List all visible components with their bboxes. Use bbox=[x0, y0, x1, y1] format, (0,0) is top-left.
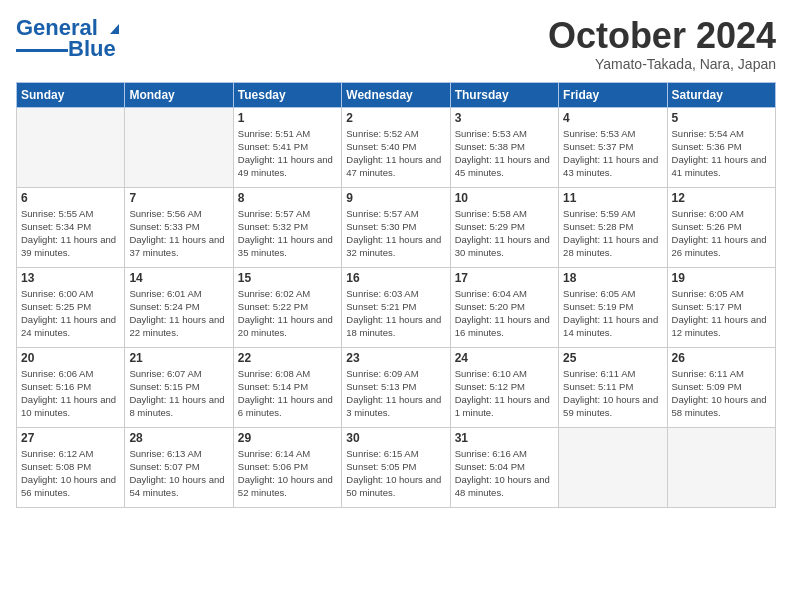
calendar-table: SundayMondayTuesdayWednesdayThursdayFrid… bbox=[16, 82, 776, 508]
calendar-body: 1Sunrise: 5:51 AM Sunset: 5:41 PM Daylig… bbox=[17, 107, 776, 507]
day-info: Sunrise: 6:04 AM Sunset: 5:20 PM Dayligh… bbox=[455, 287, 554, 340]
calendar-cell: 4Sunrise: 5:53 AM Sunset: 5:37 PM Daylig… bbox=[559, 107, 667, 187]
day-info: Sunrise: 5:53 AM Sunset: 5:37 PM Dayligh… bbox=[563, 127, 662, 180]
day-info: Sunrise: 6:11 AM Sunset: 5:09 PM Dayligh… bbox=[672, 367, 771, 420]
svg-marker-0 bbox=[110, 24, 119, 34]
day-info: Sunrise: 5:57 AM Sunset: 5:30 PM Dayligh… bbox=[346, 207, 445, 260]
calendar-cell: 13Sunrise: 6:00 AM Sunset: 5:25 PM Dayli… bbox=[17, 267, 125, 347]
calendar-cell: 24Sunrise: 6:10 AM Sunset: 5:12 PM Dayli… bbox=[450, 347, 558, 427]
day-number: 17 bbox=[455, 271, 554, 285]
calendar-cell: 14Sunrise: 6:01 AM Sunset: 5:24 PM Dayli… bbox=[125, 267, 233, 347]
day-number: 5 bbox=[672, 111, 771, 125]
weekday-header-tuesday: Tuesday bbox=[233, 82, 341, 107]
day-info: Sunrise: 6:15 AM Sunset: 5:05 PM Dayligh… bbox=[346, 447, 445, 500]
day-number: 8 bbox=[238, 191, 337, 205]
day-number: 25 bbox=[563, 351, 662, 365]
calendar-week-4: 27Sunrise: 6:12 AM Sunset: 5:08 PM Dayli… bbox=[17, 427, 776, 507]
calendar-cell: 11Sunrise: 5:59 AM Sunset: 5:28 PM Dayli… bbox=[559, 187, 667, 267]
day-number: 11 bbox=[563, 191, 662, 205]
calendar-cell: 25Sunrise: 6:11 AM Sunset: 5:11 PM Dayli… bbox=[559, 347, 667, 427]
weekday-header-wednesday: Wednesday bbox=[342, 82, 450, 107]
day-info: Sunrise: 6:01 AM Sunset: 5:24 PM Dayligh… bbox=[129, 287, 228, 340]
calendar-cell: 12Sunrise: 6:00 AM Sunset: 5:26 PM Dayli… bbox=[667, 187, 775, 267]
day-info: Sunrise: 5:58 AM Sunset: 5:29 PM Dayligh… bbox=[455, 207, 554, 260]
day-number: 10 bbox=[455, 191, 554, 205]
calendar-cell: 1Sunrise: 5:51 AM Sunset: 5:41 PM Daylig… bbox=[233, 107, 341, 187]
day-number: 3 bbox=[455, 111, 554, 125]
day-info: Sunrise: 6:07 AM Sunset: 5:15 PM Dayligh… bbox=[129, 367, 228, 420]
calendar-cell: 3Sunrise: 5:53 AM Sunset: 5:38 PM Daylig… bbox=[450, 107, 558, 187]
calendar-cell: 20Sunrise: 6:06 AM Sunset: 5:16 PM Dayli… bbox=[17, 347, 125, 427]
day-info: Sunrise: 6:12 AM Sunset: 5:08 PM Dayligh… bbox=[21, 447, 120, 500]
calendar-week-0: 1Sunrise: 5:51 AM Sunset: 5:41 PM Daylig… bbox=[17, 107, 776, 187]
day-number: 15 bbox=[238, 271, 337, 285]
day-info: Sunrise: 5:57 AM Sunset: 5:32 PM Dayligh… bbox=[238, 207, 337, 260]
day-info: Sunrise: 5:59 AM Sunset: 5:28 PM Dayligh… bbox=[563, 207, 662, 260]
weekday-header-sunday: Sunday bbox=[17, 82, 125, 107]
calendar-cell: 8Sunrise: 5:57 AM Sunset: 5:32 PM Daylig… bbox=[233, 187, 341, 267]
page: General Blue October 2024 Yamato-Takada,… bbox=[0, 0, 792, 518]
header: General Blue October 2024 Yamato-Takada,… bbox=[16, 16, 776, 72]
calendar-cell: 2Sunrise: 5:52 AM Sunset: 5:40 PM Daylig… bbox=[342, 107, 450, 187]
day-info: Sunrise: 5:55 AM Sunset: 5:34 PM Dayligh… bbox=[21, 207, 120, 260]
day-info: Sunrise: 6:10 AM Sunset: 5:12 PM Dayligh… bbox=[455, 367, 554, 420]
calendar-cell: 22Sunrise: 6:08 AM Sunset: 5:14 PM Dayli… bbox=[233, 347, 341, 427]
calendar-cell: 16Sunrise: 6:03 AM Sunset: 5:21 PM Dayli… bbox=[342, 267, 450, 347]
day-info: Sunrise: 6:16 AM Sunset: 5:04 PM Dayligh… bbox=[455, 447, 554, 500]
calendar-cell: 30Sunrise: 6:15 AM Sunset: 5:05 PM Dayli… bbox=[342, 427, 450, 507]
day-number: 29 bbox=[238, 431, 337, 445]
day-info: Sunrise: 6:02 AM Sunset: 5:22 PM Dayligh… bbox=[238, 287, 337, 340]
day-number: 24 bbox=[455, 351, 554, 365]
day-number: 27 bbox=[21, 431, 120, 445]
logo-line bbox=[16, 49, 68, 52]
day-info: Sunrise: 6:00 AM Sunset: 5:26 PM Dayligh… bbox=[672, 207, 771, 260]
day-info: Sunrise: 6:08 AM Sunset: 5:14 PM Dayligh… bbox=[238, 367, 337, 420]
day-info: Sunrise: 5:53 AM Sunset: 5:38 PM Dayligh… bbox=[455, 127, 554, 180]
day-number: 14 bbox=[129, 271, 228, 285]
calendar-cell: 27Sunrise: 6:12 AM Sunset: 5:08 PM Dayli… bbox=[17, 427, 125, 507]
weekday-header-monday: Monday bbox=[125, 82, 233, 107]
calendar-cell: 21Sunrise: 6:07 AM Sunset: 5:15 PM Dayli… bbox=[125, 347, 233, 427]
day-number: 13 bbox=[21, 271, 120, 285]
calendar-week-1: 6Sunrise: 5:55 AM Sunset: 5:34 PM Daylig… bbox=[17, 187, 776, 267]
day-number: 26 bbox=[672, 351, 771, 365]
calendar-cell: 5Sunrise: 5:54 AM Sunset: 5:36 PM Daylig… bbox=[667, 107, 775, 187]
calendar-cell: 17Sunrise: 6:04 AM Sunset: 5:20 PM Dayli… bbox=[450, 267, 558, 347]
day-number: 6 bbox=[21, 191, 120, 205]
day-number: 23 bbox=[346, 351, 445, 365]
day-info: Sunrise: 5:51 AM Sunset: 5:41 PM Dayligh… bbox=[238, 127, 337, 180]
calendar-cell: 28Sunrise: 6:13 AM Sunset: 5:07 PM Dayli… bbox=[125, 427, 233, 507]
day-number: 7 bbox=[129, 191, 228, 205]
day-info: Sunrise: 5:56 AM Sunset: 5:33 PM Dayligh… bbox=[129, 207, 228, 260]
calendar-cell bbox=[559, 427, 667, 507]
calendar-cell: 31Sunrise: 6:16 AM Sunset: 5:04 PM Dayli… bbox=[450, 427, 558, 507]
calendar-cell: 18Sunrise: 6:05 AM Sunset: 5:19 PM Dayli… bbox=[559, 267, 667, 347]
day-number: 20 bbox=[21, 351, 120, 365]
day-number: 30 bbox=[346, 431, 445, 445]
calendar-cell: 9Sunrise: 5:57 AM Sunset: 5:30 PM Daylig… bbox=[342, 187, 450, 267]
day-info: Sunrise: 6:09 AM Sunset: 5:13 PM Dayligh… bbox=[346, 367, 445, 420]
weekday-row: SundayMondayTuesdayWednesdayThursdayFrid… bbox=[17, 82, 776, 107]
weekday-header-thursday: Thursday bbox=[450, 82, 558, 107]
calendar-cell: 26Sunrise: 6:11 AM Sunset: 5:09 PM Dayli… bbox=[667, 347, 775, 427]
calendar-cell bbox=[667, 427, 775, 507]
day-number: 16 bbox=[346, 271, 445, 285]
logo: General Blue bbox=[16, 16, 123, 62]
calendar-cell: 19Sunrise: 6:05 AM Sunset: 5:17 PM Dayli… bbox=[667, 267, 775, 347]
day-number: 12 bbox=[672, 191, 771, 205]
day-info: Sunrise: 5:54 AM Sunset: 5:36 PM Dayligh… bbox=[672, 127, 771, 180]
calendar-cell: 10Sunrise: 5:58 AM Sunset: 5:29 PM Dayli… bbox=[450, 187, 558, 267]
weekday-header-friday: Friday bbox=[559, 82, 667, 107]
day-number: 1 bbox=[238, 111, 337, 125]
calendar-cell: 29Sunrise: 6:14 AM Sunset: 5:06 PM Dayli… bbox=[233, 427, 341, 507]
calendar-header: SundayMondayTuesdayWednesdayThursdayFrid… bbox=[17, 82, 776, 107]
day-info: Sunrise: 5:52 AM Sunset: 5:40 PM Dayligh… bbox=[346, 127, 445, 180]
day-info: Sunrise: 6:05 AM Sunset: 5:19 PM Dayligh… bbox=[563, 287, 662, 340]
day-info: Sunrise: 6:05 AM Sunset: 5:17 PM Dayligh… bbox=[672, 287, 771, 340]
day-number: 9 bbox=[346, 191, 445, 205]
location: Yamato-Takada, Nara, Japan bbox=[548, 56, 776, 72]
day-number: 4 bbox=[563, 111, 662, 125]
calendar-week-2: 13Sunrise: 6:00 AM Sunset: 5:25 PM Dayli… bbox=[17, 267, 776, 347]
day-number: 21 bbox=[129, 351, 228, 365]
day-number: 31 bbox=[455, 431, 554, 445]
